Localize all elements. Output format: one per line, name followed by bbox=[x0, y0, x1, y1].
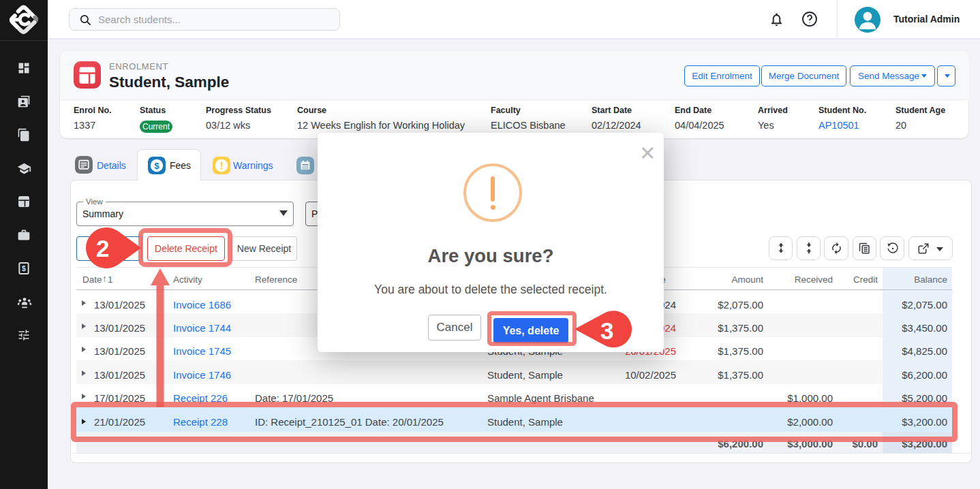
svg-text:$: $ bbox=[154, 161, 159, 171]
svg-text:$: $ bbox=[22, 265, 26, 272]
